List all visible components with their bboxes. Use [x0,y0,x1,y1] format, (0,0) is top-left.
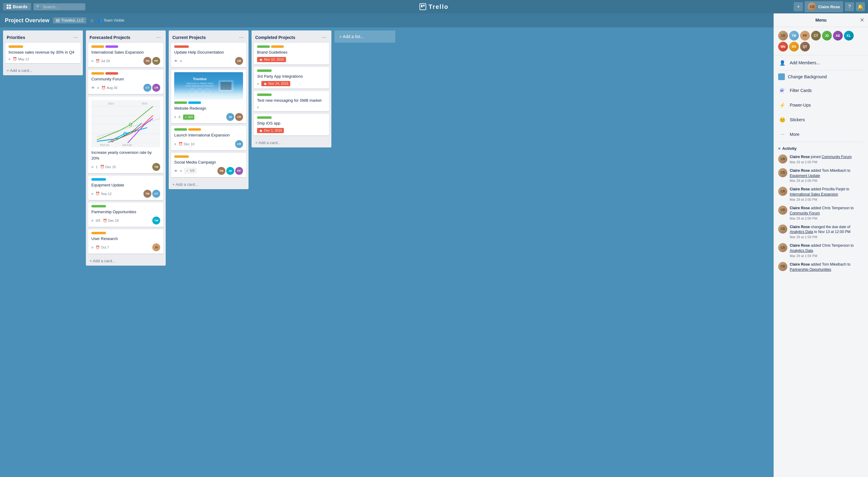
activity-icon: ≡ [778,146,781,151]
stickers-item[interactable]: 😊 Stickers [774,112,868,127]
meta-checklist: ≡ [91,192,93,196]
activity-user: Claire Rose [790,155,810,159]
meta-checklist: ≡ [180,59,182,63]
card-fc-chart[interactable]: 2013.Q1 2013.Q4 2014 2015 [88,96,163,173]
card-cur-launch[interactable]: Launch International Expansion ≡ ⏰ Dec 1… [171,126,246,150]
member-avatar[interactable]: JD [822,31,832,40]
add-card-label: Add a card... [258,141,281,145]
card-priorities-1[interactable]: Increase sales revenue by 30% in Q4 ≡ ⏰ … [5,43,81,63]
menu-close-button[interactable]: ✕ [860,17,864,24]
activity-link[interactable]: Analytics Data [790,248,813,253]
card-chart: 2013.Q1 2013.Q4 2014 2015 [91,100,160,147]
activity-user: Claire Rose [790,187,810,191]
card-title: Equipment Update [91,182,160,188]
card-comp-1[interactable]: Brand Guidelines ⏰ Nov 10, 2015 [254,43,329,65]
checklist-badge: ✓ 5/6 [184,168,196,174]
card-title: Test new messaging for SMB market [257,98,326,103]
activity-link[interactable]: International Sales Expansion [790,192,838,197]
card-avatars: TM JD PP [217,167,243,175]
boards-button[interactable]: Boards [3,3,31,10]
meta-due: ⏰ Jul 20 [96,59,110,63]
add-card-current[interactable]: + Add a card... [169,180,249,189]
board-org[interactable]: 🏢 Travidux, LLC [53,18,86,24]
close-icon: ✕ [860,17,864,23]
label-red [174,46,189,48]
checklist-badge: ✓ 4/4 [183,115,194,120]
activity-link[interactable]: Partnership Opportunities [790,267,831,272]
card-labels [174,155,243,158]
activity-content: Claire Rose joined Community Forum Mar 2… [790,154,851,164]
card-labels [257,46,326,48]
activity-user: Claire Rose [790,262,810,267]
menu-avatars: CR TM PP CT JD AB KL MN RS QT [774,27,868,55]
search-bar[interactable]: 🔍 Search... [33,3,85,10]
add-list-button[interactable]: + Add a list... [334,30,395,43]
add-card-priorities[interactable]: + Add a card... [3,66,83,75]
change-background-item[interactable]: Change Background [774,70,868,83]
help-button[interactable]: ? [845,2,854,11]
activity-link[interactable]: Analytics Data [790,230,813,234]
meta-due: ⏰ May 12 [13,57,29,61]
list-forecasted-menu[interactable]: ··· [155,33,162,41]
activity-link[interactable]: Equipment Update [790,174,820,178]
notifications-button[interactable]: 🔔 [856,2,865,11]
card-cur-1[interactable]: Update Help Documentation 👁 ≡ CR [171,43,246,67]
activity-avatar: CR [778,154,787,163]
member-avatar[interactable]: QT [800,42,810,52]
activity-content: Claire Rose added Chris Temperson to Com… [790,206,864,220]
board-title: Project Overview [5,18,49,24]
member-avatar[interactable]: RS [789,42,799,52]
card-comp-3[interactable]: Test new messaging for SMB market ≡ [254,91,329,111]
power-ups-label: Power-Ups [790,103,811,108]
avatar: CR [235,140,243,148]
add-members-item[interactable]: 👤 Add Members... [774,55,868,70]
clock-icon: ⏰ [13,57,17,61]
card-meta: ≡ 1 ⏰ Dec 15 TM [91,163,160,171]
label-purple [105,46,118,48]
member-avatar[interactable]: MN [778,42,788,52]
list-priorities-menu[interactable]: ··· [72,33,79,41]
member-avatar[interactable]: AB [833,31,843,40]
card-fc-6[interactable]: User Research ≡ ⏰ Oct 7 JD [88,229,163,254]
add-card-completed[interactable]: + Add a card... [252,138,331,147]
add-button[interactable]: + [794,2,803,11]
activity-avatar: CR [778,243,787,252]
list-forecasted-cards: International Sales Expansion ≡ ⏰ Jul 20… [86,43,166,256]
card-fc-5[interactable]: Partnership Opportunities ≡ 0/5 ⏰ Dec 18… [88,203,163,227]
card-title: Social Media Campaign [174,159,243,165]
top-nav: Boards 🔍 Search... Trello + CR Claire Ro… [0,0,868,13]
power-ups-item[interactable]: ⚡ Power-Ups [774,98,868,112]
card-cur-social[interactable]: Social Media Campaign 👁 ≡ ✓ 5/6 TM JD PP [171,153,246,177]
user-menu-button[interactable]: CR Claire Rose [805,1,843,12]
card-cur-website[interactable]: Travidux Welcome to What's Next Fresh Id… [171,70,246,123]
activity-link[interactable]: Community Forum [822,155,852,159]
label-green [91,205,106,207]
card-avatars: TM CT [144,190,160,198]
card-fc-1[interactable]: International Sales Expansion ≡ ⏰ Jul 20… [88,43,163,67]
card-comp-2[interactable]: 3rd Party App Integrations ≡ ⏰ Nov 24, 2… [254,67,329,89]
member-avatar[interactable]: CR [778,31,788,40]
member-avatar[interactable]: KL [844,31,854,40]
more-item[interactable]: ··· More [774,127,868,142]
card-fc-4[interactable]: Equipment Update ≡ ⏰ Sep 12 TM CT [88,176,163,200]
card-meta: ≡ ⏰ May 12 [8,57,78,61]
clock-icon: ⏰ [96,59,100,63]
card-meta: ≡ [257,106,326,109]
meta-checklist: ≡ [8,57,10,61]
bell-icon: 🔔 [857,4,863,10]
add-card-forecasted[interactable]: + Add a card... [86,256,166,266]
label-orange [8,46,23,48]
card-comp-4[interactable]: Ship iOS app ⏰ Dec 1, 2015 [254,114,329,136]
svg-rect-0 [421,5,423,7]
card-fc-2[interactable]: Community Forum 👁 ≡ ⏰ Aug 30 CT CR [88,70,163,94]
list-completed-menu[interactable]: ··· [321,33,328,41]
member-avatar[interactable]: CT [811,31,821,40]
member-avatar[interactable]: PP [800,31,810,40]
member-avatar[interactable]: TM [789,31,799,40]
list-current-menu[interactable]: ··· [238,33,245,41]
star-button[interactable]: ☆ [90,18,94,24]
add-card-label: Add a card... [176,182,198,187]
activity-item-5: CR Claire Rose changed the due date of A… [778,225,864,239]
activity-link[interactable]: Community Forum [790,211,820,215]
filter-cards-item[interactable]: ⚗️ Filter Cards [774,83,868,98]
